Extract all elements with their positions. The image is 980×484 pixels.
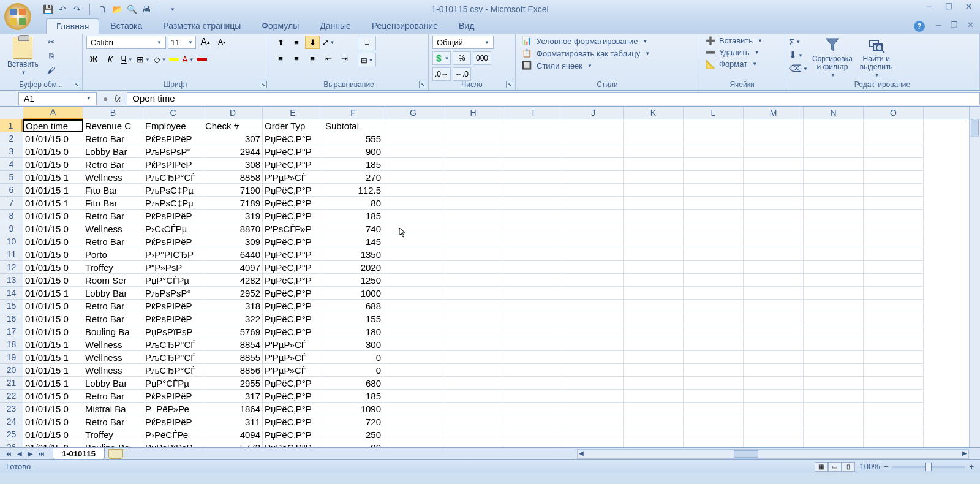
cell[interactable]: [443, 287, 503, 300]
column-header[interactable]: K: [624, 107, 684, 119]
open-icon[interactable]: 📂: [112, 4, 122, 14]
paste-button[interactable]: Вставить ▼: [4, 36, 42, 77]
cell[interactable]: 1250: [323, 274, 383, 287]
cell[interactable]: 8858: [203, 171, 263, 184]
cell[interactable]: [624, 158, 684, 171]
cell[interactable]: [564, 184, 624, 197]
cell[interactable]: РџРёС‚Р°Р: [263, 377, 323, 390]
cell[interactable]: [503, 222, 564, 235]
align-center-icon[interactable]: ≡: [289, 51, 304, 65]
cell[interactable]: РќРѕРІРёР: [143, 158, 203, 171]
cell[interactable]: 5773: [203, 441, 263, 447]
cell[interactable]: 01/01/15 0: [23, 132, 83, 145]
cell[interactable]: 319: [203, 210, 263, 222]
cell[interactable]: Р–РёР»Ре: [143, 403, 203, 415]
column-header[interactable]: E: [263, 107, 323, 119]
cell[interactable]: [503, 403, 564, 415]
number-format-select[interactable]: Общий▼: [432, 36, 494, 49]
cell[interactable]: [684, 261, 744, 274]
cell[interactable]: [624, 377, 684, 390]
cell[interactable]: [804, 415, 864, 428]
cell[interactable]: РќРѕРІРёР: [143, 132, 203, 145]
cell[interactable]: 300: [323, 338, 383, 351]
workbook-minimize-button[interactable]: ─: [932, 20, 944, 29]
cell[interactable]: [864, 415, 924, 428]
cell[interactable]: Retro Bar: [83, 210, 143, 222]
cell[interactable]: [684, 158, 744, 171]
cell[interactable]: [624, 390, 684, 403]
cell[interactable]: [503, 338, 564, 351]
cell[interactable]: [383, 210, 443, 222]
cell[interactable]: 555: [323, 132, 383, 145]
cell[interactable]: 1350: [323, 248, 383, 261]
cell[interactable]: 2955: [203, 377, 263, 390]
cell[interactable]: [864, 158, 924, 171]
cell[interactable]: Wellness: [83, 222, 143, 235]
cell[interactable]: [864, 248, 924, 261]
cell[interactable]: РќРѕРІРёР: [143, 390, 203, 403]
row-header[interactable]: 19: [0, 351, 23, 364]
cell[interactable]: [804, 428, 864, 441]
cell[interactable]: [744, 403, 804, 415]
cell[interactable]: 8854: [203, 338, 263, 351]
cell[interactable]: 01/01/15 0: [23, 222, 83, 235]
cell[interactable]: Retro Bar: [83, 415, 143, 428]
cell[interactable]: Revenue C: [83, 119, 143, 132]
cell[interactable]: 155: [323, 312, 383, 325]
cell[interactable]: [744, 132, 804, 145]
cell[interactable]: Lobby Bar: [83, 287, 143, 300]
worksheet-grid[interactable]: ABCDEFGHIJKLMNO 123456789101112131415161…: [0, 107, 980, 447]
delete-cells-button[interactable]: ➖Удалить▼: [703, 47, 765, 58]
row-header[interactable]: 8: [0, 210, 23, 222]
increase-indent-icon[interactable]: ⇥: [337, 51, 352, 65]
cell[interactable]: РљСЂР°СЃ: [143, 351, 203, 364]
column-header[interactable]: G: [383, 107, 443, 119]
cell[interactable]: [564, 158, 624, 171]
normal-view-icon[interactable]: ▦: [815, 462, 828, 472]
cell[interactable]: [443, 119, 503, 132]
column-header[interactable]: N: [804, 107, 864, 119]
cell[interactable]: [503, 428, 564, 441]
cell[interactable]: 01/01/15 1: [23, 171, 83, 184]
vertical-scroll-thumb[interactable]: [971, 119, 979, 137]
cell[interactable]: [744, 428, 804, 441]
cell[interactable]: Mistral Ba: [83, 403, 143, 415]
ribbon-tab-1[interactable]: Вставка: [100, 18, 152, 34]
cell[interactable]: [443, 351, 503, 364]
cell[interactable]: [443, 184, 503, 197]
cell[interactable]: [564, 403, 624, 415]
cell[interactable]: Room Ser: [83, 274, 143, 287]
cell[interactable]: [624, 415, 684, 428]
cell[interactable]: [744, 197, 804, 210]
row-header[interactable]: 16: [0, 312, 23, 325]
next-sheet-icon[interactable]: ▶: [26, 450, 36, 458]
cell[interactable]: [443, 403, 503, 415]
cell[interactable]: [864, 261, 924, 274]
cell[interactable]: [804, 235, 864, 248]
cell[interactable]: [383, 184, 443, 197]
close-button[interactable]: ✕: [960, 1, 976, 11]
cell[interactable]: [744, 235, 804, 248]
cell[interactable]: РљСЂР°СЃ: [143, 338, 203, 351]
sort-filter-button[interactable]: Сортировка и фильтр▼: [810, 36, 855, 78]
borders-button[interactable]: ⊞▼: [136, 53, 151, 66]
bold-button[interactable]: Ж: [86, 53, 101, 66]
cell[interactable]: 0: [323, 351, 383, 364]
cell[interactable]: [684, 312, 744, 325]
cell[interactable]: 1864: [203, 403, 263, 415]
cell[interactable]: [564, 338, 624, 351]
cell[interactable]: [864, 390, 924, 403]
name-box[interactable]: A1▼: [18, 92, 97, 105]
new-sheet-button[interactable]: [108, 449, 123, 459]
cell[interactable]: [804, 325, 864, 338]
cell[interactable]: [564, 312, 624, 325]
cell[interactable]: [804, 351, 864, 364]
cell[interactable]: 8855: [203, 351, 263, 364]
cell[interactable]: [864, 287, 924, 300]
cell[interactable]: [624, 441, 684, 447]
cell[interactable]: [624, 145, 684, 158]
row-header[interactable]: 18: [0, 338, 23, 351]
quick-print-icon[interactable]: 🖶: [141, 4, 151, 14]
align-bottom-icon[interactable]: ⬇: [305, 36, 320, 49]
cell[interactable]: Lobby Bar: [83, 145, 143, 158]
